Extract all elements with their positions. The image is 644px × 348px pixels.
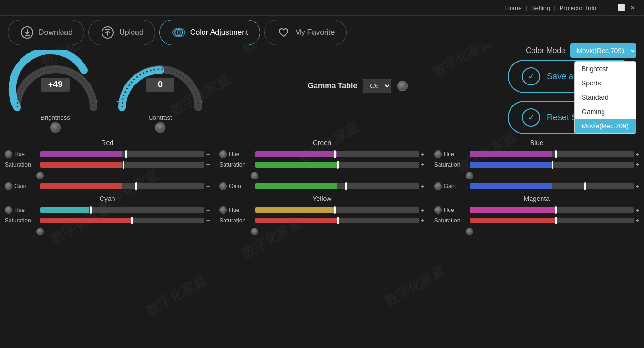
cyan-saturation-label: Saturation <box>5 217 34 224</box>
contrast-value: 0 <box>146 78 174 92</box>
red-saturation-track[interactable] <box>40 162 204 168</box>
yellow-saturation-track[interactable] <box>255 218 419 223</box>
dropdown-item-sports[interactable]: Sports <box>575 76 636 90</box>
color-group-green: Green Hue - + Saturation - <box>219 139 424 190</box>
cyan-saturation-track[interactable] <box>40 218 204 223</box>
tab-download[interactable]: Download <box>8 20 84 45</box>
tab-my-favorite[interactable]: My Favorite <box>264 20 347 45</box>
blue-hue-track[interactable] <box>470 151 634 157</box>
tab-my-favorite-label: My Favorite <box>295 28 335 37</box>
contrast-knob[interactable] <box>155 122 165 133</box>
color-mode-dropdown: Brightest Sports Standard Gaming Movie(R… <box>574 61 636 134</box>
gamma-row: Gamma Table C6 C1C2C3C4C5C7C8 <box>308 79 408 93</box>
color-mode-label: Color Mode <box>526 46 565 55</box>
green-hue-knob[interactable] <box>219 150 227 158</box>
projector-info-link[interactable]: Projector Info <box>560 4 596 11</box>
red-gain-label: Gain <box>5 182 34 190</box>
window-controls: ─ ⬜ ✕ <box>606 4 636 11</box>
blue-gain-label: Gain <box>434 182 464 190</box>
color-group-magenta: Magenta Hue - + Saturation - <box>434 195 639 235</box>
color-mode-select[interactable]: Movie(Rec.709) <box>570 43 636 58</box>
yellow-saturation-knob[interactable] <box>251 228 258 235</box>
magenta-saturation-label: Saturation <box>434 217 464 224</box>
green-saturation-knob[interactable] <box>251 172 258 179</box>
blue-gain-track[interactable] <box>470 183 634 189</box>
contrast-minus: - <box>116 97 119 105</box>
red-title: Red <box>5 139 210 147</box>
magenta-hue-row: Hue - + <box>434 206 639 214</box>
gamma-table-select[interactable]: C6 C1C2C3C4C5C7C8 <box>363 79 391 93</box>
sep2: | <box>554 4 555 11</box>
blue-saturation-row: Saturation - + <box>434 161 639 168</box>
setting-link[interactable]: Setting <box>531 4 550 11</box>
tab-upload[interactable]: Upload <box>88 20 155 45</box>
save-favorite-icon: ✓ <box>522 67 540 85</box>
cyan-saturation-row: Saturation - + <box>5 217 210 224</box>
red-gain-knob[interactable] <box>5 182 12 190</box>
color-group-yellow: Yellow Hue - + Saturation - <box>219 195 424 235</box>
contrast-gauge: 0 - + Contrast <box>112 50 208 134</box>
blue-gain-knob[interactable] <box>434 182 442 190</box>
dropdown-item-gaming[interactable]: Gaming <box>575 105 636 119</box>
brightness-plus: + <box>95 97 99 105</box>
green-gain-knob[interactable] <box>219 182 227 190</box>
blue-saturation-track[interactable] <box>470 162 634 168</box>
red-hue-track[interactable] <box>40 151 204 157</box>
tab-upload-label: Upload <box>119 28 143 37</box>
home-link[interactable]: Home <box>505 4 522 11</box>
color-group-blue: Blue Hue - + Saturation - <box>434 139 639 190</box>
red-gain-row: Gain - + <box>5 182 210 190</box>
dropdown-item-standard[interactable]: Standard <box>575 90 636 105</box>
green-hue-track[interactable] <box>255 151 419 157</box>
red-gain-track[interactable] <box>40 183 204 189</box>
green-saturation-label: Saturation <box>219 161 249 168</box>
red-hue-row: Hue - + <box>5 150 210 158</box>
blue-saturation-label: Saturation <box>434 161 464 168</box>
cyan-hue-track[interactable] <box>40 207 204 213</box>
green-saturation-row: Saturation - + <box>219 161 424 168</box>
yellow-saturation-label: Saturation <box>219 217 249 224</box>
magenta-hue-track[interactable] <box>470 207 634 213</box>
yellow-hue-label: Hue <box>219 206 249 214</box>
brightness-gauge-wrapper: +49 - + <box>8 50 103 112</box>
color-groups: Red Hue - + Saturation - <box>5 139 639 235</box>
blue-hue-knob[interactable] <box>434 150 442 158</box>
green-saturation-track[interactable] <box>255 162 419 168</box>
cyan-title: Cyan <box>5 195 210 202</box>
cyan-saturation-knob[interactable] <box>36 228 44 235</box>
red-saturation-label: Saturation <box>5 161 34 168</box>
yellow-hue-track[interactable] <box>255 207 419 213</box>
yellow-hue-row: Hue - + <box>219 206 424 214</box>
magenta-hue-label: Hue <box>434 206 464 214</box>
nav-tabs: Download Upload Color Adjustment <box>0 16 644 45</box>
sep1: | <box>525 4 527 11</box>
magenta-saturation-row: Saturation - + <box>434 217 639 224</box>
blue-title: Blue <box>434 139 639 147</box>
blue-hue-row: Hue - + <box>434 150 639 158</box>
magenta-hue-knob[interactable] <box>434 206 442 214</box>
cyan-hue-knob[interactable] <box>5 206 12 214</box>
tab-color-adjustment[interactable]: Color Adjustment <box>159 20 260 45</box>
dropdown-item-movie[interactable]: Movie(Rec.709) <box>575 119 636 133</box>
favorite-icon <box>276 25 291 40</box>
red-hue-knob[interactable] <box>5 150 12 158</box>
magenta-title: Magenta <box>434 195 639 202</box>
download-icon <box>20 25 35 40</box>
brightness-knob[interactable] <box>50 122 61 133</box>
tab-color-adjustment-label: Color Adjustment <box>190 28 248 37</box>
close-button[interactable]: ✕ <box>629 4 636 11</box>
magenta-saturation-track[interactable] <box>470 218 634 223</box>
maximize-button[interactable]: ⬜ <box>617 4 625 11</box>
top-bar-nav: Home | Setting | Projector Info ─ ⬜ ✕ <box>505 4 636 11</box>
gamma-knob[interactable] <box>397 81 408 91</box>
blue-saturation-knob[interactable] <box>466 172 473 179</box>
minimize-button[interactable]: ─ <box>606 4 613 11</box>
green-gain-row: Gain - + <box>219 182 424 190</box>
magenta-saturation-knob[interactable] <box>466 228 473 235</box>
blue-hue-label: Hue <box>434 150 464 158</box>
yellow-hue-knob[interactable] <box>219 206 227 214</box>
red-saturation-knob[interactable] <box>36 172 44 179</box>
green-gain-track[interactable] <box>255 183 419 189</box>
reset-setting-icon: ✓ <box>522 108 540 127</box>
dropdown-item-brightest[interactable]: Brightest <box>575 62 636 76</box>
